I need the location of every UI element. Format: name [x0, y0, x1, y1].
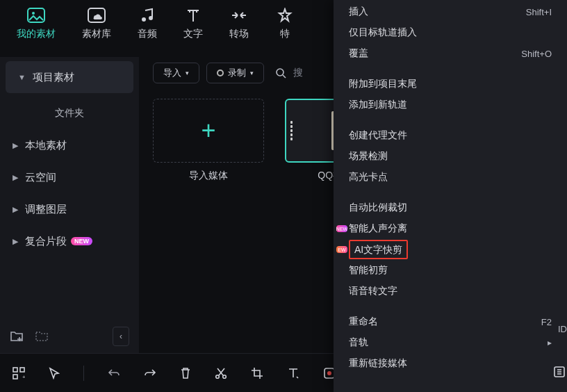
ctx-smart-cut[interactable]: 智能初剪 [334, 260, 567, 281]
search-icon[interactable] [275, 67, 286, 79]
record-dropdown[interactable]: 录制 ▾ [206, 63, 264, 83]
media-label: 导入媒体 [189, 170, 228, 182]
sidebar-item-label: 本地素材 [25, 139, 67, 152]
search-placeholder: 搜 [293, 67, 303, 79]
tab-my-material[interactable]: 我的素材 [17, 7, 56, 40]
svg-point-4 [149, 16, 153, 20]
chevron-down-icon: ▾ [186, 70, 189, 76]
svg-rect-0 [28, 8, 44, 22]
filmstrip-icon [290, 121, 293, 140]
chevron-right-icon: ▶ [13, 141, 18, 150]
ctx-add-track[interactable]: 添加到新轨道 [334, 95, 567, 115]
delete-icon[interactable] [180, 367, 191, 379]
redo-icon[interactable] [144, 368, 156, 379]
record-icon [217, 70, 224, 76]
shortcut-label: F2 [541, 317, 552, 327]
chevron-down-icon: ▾ [250, 70, 254, 76]
new-badge: NEW [71, 237, 92, 245]
svg-point-3 [142, 17, 146, 22]
svg-rect-7 [20, 368, 24, 372]
import-label: 导入 [163, 67, 181, 79]
record-label: 录制 [228, 67, 246, 79]
import-drop-zone[interactable]: + [153, 99, 264, 163]
star-icon [275, 7, 295, 24]
ctx-cover[interactable]: 覆盖 Shift+O [334, 43, 567, 64]
sidebar-item-cloud[interactable]: ▶ 云空间 [0, 161, 139, 193]
svg-point-13 [327, 371, 331, 375]
ctx-insert[interactable]: 插入 Shift+I [334, 1, 567, 22]
sidebar-item-label: 复合片段 [25, 235, 67, 248]
svg-point-1 [32, 12, 35, 15]
svg-point-11 [223, 375, 227, 378]
ctx-create-proxy[interactable]: 创建代理文件 [334, 125, 567, 146]
sidebar-item-label: 项目素材 [33, 71, 74, 84]
grid-icon[interactable]: + [13, 367, 25, 379]
highlight-annotation: AI文字快剪 [349, 240, 408, 259]
text-tool-icon[interactable] [287, 367, 299, 379]
right-panel-label: ID [558, 324, 567, 334]
sidebar: ▼ 项目素材 文件夹 ▶ 本地素材 ▶ 云空间 ▶ 调整图层 ▶ 复合片段 NE… [0, 57, 139, 353]
tab-text[interactable]: 文字 [183, 7, 203, 40]
ctx-voice-separation[interactable]: NEW 智能人声分离 [334, 218, 567, 239]
chevron-right-icon: ▶ [13, 237, 18, 246]
svg-point-10 [216, 375, 220, 378]
music-icon [138, 7, 157, 24]
tab-effects[interactable]: 特 [275, 7, 295, 40]
ctx-relink-media[interactable]: 重新链接媒体 [334, 353, 567, 374]
new-folder-icon[interactable] [10, 330, 24, 343]
sidebar-item-local[interactable]: ▶ 本地素材 [0, 129, 139, 161]
chevron-right-icon: ▶ [13, 173, 18, 182]
crop-icon[interactable] [251, 367, 263, 379]
sidebar-item-label: 文件夹 [55, 107, 84, 120]
svg-rect-8 [13, 375, 17, 379]
shortcut-label: Shift+I [526, 7, 552, 17]
ctx-rename[interactable]: 重命名 F2 [334, 311, 567, 332]
import-dropdown[interactable]: 导入 ▾ [153, 63, 199, 83]
sidebar-item-folder[interactable]: 文件夹 [0, 97, 139, 129]
collapse-sidebar-button[interactable]: ‹ [113, 327, 129, 346]
ctx-append-end[interactable]: 附加到项目末尾 [334, 74, 567, 95]
cloud-icon [87, 7, 106, 24]
new-badge-icon: EW [336, 246, 347, 253]
text-icon [183, 7, 203, 24]
ctx-speech-to-text[interactable]: 语音转文字 [334, 281, 567, 302]
svg-rect-6 [13, 368, 17, 372]
pointer-icon[interactable] [49, 367, 60, 379]
image-icon [26, 7, 46, 24]
shortcut-label: Shift+O [521, 49, 552, 59]
ctx-highlight[interactable]: 高光卡点 [334, 167, 567, 188]
folder-icon[interactable] [35, 330, 49, 343]
settings-icon[interactable] [553, 366, 566, 378]
tab-transition[interactable]: 转场 [229, 7, 249, 40]
context-menu: 插入 Shift+I 仅目标轨道插入 覆盖 Shift+O 附加到项目末尾 添加… [334, 0, 567, 392]
svg-point-5 [277, 69, 284, 76]
sidebar-item-label: 云空间 [25, 171, 56, 184]
sidebar-item-compound[interactable]: ▶ 复合片段 NEW [0, 225, 139, 257]
cut-icon[interactable] [215, 367, 227, 379]
sidebar-item-label: 调整图层 [25, 203, 67, 216]
plus-icon: + [201, 116, 215, 145]
chevron-down-icon: ▼ [18, 73, 26, 81]
undo-icon[interactable] [108, 368, 120, 379]
ctx-auto-crop[interactable]: 自动比例裁切 [334, 197, 567, 218]
transition-icon [229, 7, 249, 24]
sidebar-item-project[interactable]: ▼ 项目素材 [6, 61, 133, 93]
ctx-scene-detect[interactable]: 场景检测 [334, 146, 567, 167]
ctx-audio-track[interactable]: 音轨 ▸ [334, 332, 567, 353]
tab-material-lib[interactable]: 素材库 [82, 7, 111, 40]
import-media-card[interactable]: + 导入媒体 [153, 99, 264, 182]
new-badge-icon: NEW [336, 225, 347, 232]
chevron-right-icon: ▸ [548, 338, 552, 348]
sidebar-bottom: ‹ [0, 320, 139, 353]
ctx-target-insert[interactable]: 仅目标轨道插入 [334, 22, 567, 43]
svg-text:+: + [22, 374, 25, 379]
tab-audio[interactable]: 音频 [138, 7, 157, 40]
ctx-ai-text-cut[interactable]: EW AI文字快剪 [334, 239, 567, 260]
sidebar-item-adjust[interactable]: ▶ 调整图层 [0, 193, 139, 225]
chevron-right-icon: ▶ [13, 205, 18, 214]
